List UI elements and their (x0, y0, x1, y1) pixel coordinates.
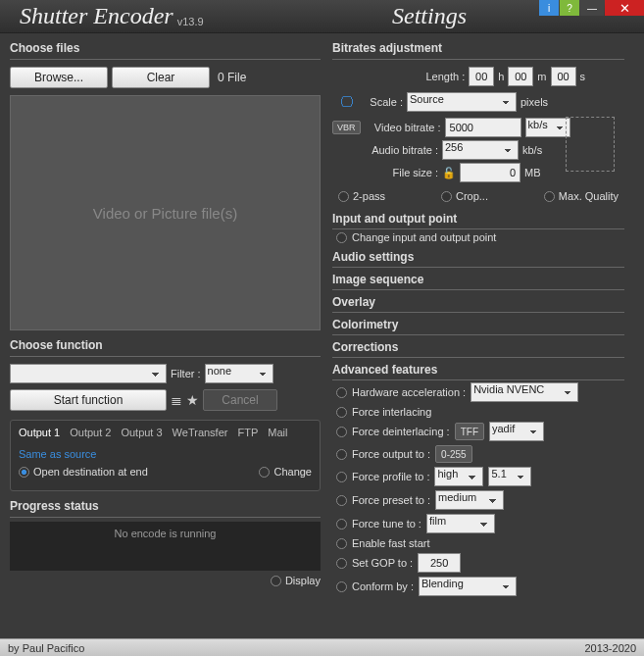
abitrate-label: Audio bitrate : (332, 144, 438, 156)
open-destination-label: Open destination at end (33, 466, 148, 478)
vbitrate-unit-select[interactable]: kb/s (525, 118, 570, 137)
color-section[interactable]: Colorimetry (332, 315, 624, 335)
s-unit: s (580, 71, 586, 82)
filesize-label: File size : (332, 167, 438, 178)
vbr-badge[interactable]: VBR (332, 121, 361, 134)
overlay-section[interactable]: Overlay (332, 292, 624, 313)
open-destination-radio[interactable] (19, 467, 29, 478)
close-button[interactable]: ✕ (605, 0, 644, 16)
filesize-input[interactable] (460, 163, 520, 182)
gop-radio[interactable] (336, 558, 347, 569)
seconds-input[interactable] (551, 67, 576, 86)
cancel-button[interactable]: Cancel (203, 389, 277, 411)
tune-radio[interactable] (336, 519, 347, 530)
favorite-icon[interactable]: ★ (186, 392, 199, 408)
output-radio[interactable] (336, 449, 347, 460)
filter-label: Filter : (171, 368, 201, 379)
scale-unit: pixels (520, 96, 548, 108)
years-label: 2013-2020 (584, 642, 636, 654)
tune-label: Force tune to : (352, 518, 421, 530)
clear-button[interactable]: Clear (112, 67, 210, 88)
deint-radio[interactable] (336, 427, 347, 437)
file-drop-zone[interactable]: Video or Picture file(s) (10, 95, 321, 330)
maxq-radio[interactable] (544, 191, 555, 202)
function-select[interactable] (10, 364, 167, 383)
faststart-radio[interactable] (336, 538, 347, 549)
interlace-radio[interactable] (336, 407, 347, 418)
bitrates-title: Bitrates adjustment (332, 39, 624, 60)
minutes-input[interactable] (508, 67, 533, 86)
app-title: Shutter Encoder (20, 3, 173, 29)
profile-radio[interactable] (336, 472, 347, 482)
app-version: v13.9 (177, 16, 204, 27)
conform-label: Conform by : (352, 580, 414, 592)
info-button[interactable]: i (539, 0, 559, 16)
deint-label: Force deinterlacing : (352, 426, 450, 437)
crop-label: Crop... (456, 190, 488, 202)
menu-icon[interactable]: ≣ (171, 392, 182, 408)
start-function-button[interactable]: Start function (10, 389, 167, 411)
filter-select[interactable]: none (205, 364, 273, 383)
hw-select[interactable]: Nvidia NVENC (471, 382, 578, 402)
conform-select[interactable]: Blending (419, 577, 517, 596)
monitor-icon: 🖵 (340, 94, 354, 110)
scale-select[interactable]: Source (407, 92, 517, 112)
io-change-radio[interactable] (336, 232, 347, 243)
twopass-radio[interactable] (338, 191, 349, 202)
footer: by Paul Pacifico 2013-2020 (0, 638, 644, 656)
settings-title: Settings (392, 3, 467, 29)
progress-message: No encode is running (10, 526, 321, 539)
tab-output1[interactable]: Output 1 (19, 427, 60, 438)
mb-unit: MB (524, 167, 570, 178)
scale-label: Scale : (358, 96, 403, 108)
gop-input[interactable] (418, 553, 461, 573)
imgseq-section[interactable]: Image sequence (332, 270, 624, 290)
advanced-section[interactable]: Advanced features (332, 360, 624, 380)
tab-ftp[interactable]: FTP (237, 427, 258, 438)
lock-icon[interactable]: 🔓 (442, 167, 456, 179)
maxq-label: Max. Quality (559, 190, 619, 202)
change-radio[interactable] (259, 467, 270, 478)
help-button[interactable]: ? (560, 0, 579, 16)
vbitrate-label: Video bitrate : (365, 122, 441, 133)
author-label: by Paul Pacifico (8, 642, 84, 654)
choose-function-title: Choose function (10, 336, 321, 357)
title-bar: Shutter Encoder v13.9 Settings i ? — ✕ (0, 0, 644, 33)
video-bitrate-input[interactable] (445, 118, 521, 137)
minimize-button[interactable]: — (580, 0, 604, 16)
browse-button[interactable]: Browse... (10, 67, 108, 88)
corrections-section[interactable]: Corrections (332, 337, 624, 358)
file-count: 0 File (218, 71, 246, 84)
tab-mail[interactable]: Mail (268, 427, 287, 438)
choose-files-title: Choose files (10, 39, 321, 60)
range-pill[interactable]: 0-255 (435, 445, 472, 463)
display-radio[interactable] (271, 576, 281, 586)
change-label: Change (273, 466, 312, 478)
level-select[interactable]: 5.1 (488, 467, 531, 486)
audio-bitrate-select[interactable]: 256 (442, 140, 519, 160)
m-unit: m (537, 71, 546, 82)
tune-select[interactable]: film (426, 514, 495, 533)
tab-output2[interactable]: Output 2 (70, 427, 111, 438)
deint-select[interactable]: yadif (489, 422, 544, 441)
conform-radio[interactable] (336, 581, 347, 592)
faststart-label: Enable fast start (352, 537, 430, 549)
same-as-source-link[interactable]: Same as source (19, 448, 312, 460)
preset-select[interactable]: medium (435, 490, 504, 510)
progress-title: Progress status (10, 497, 321, 518)
tab-output3[interactable]: Output 3 (121, 427, 162, 438)
preset-label: Force preset to : (352, 494, 430, 506)
profile-label: Force profile to : (352, 471, 429, 482)
preset-radio[interactable] (336, 495, 347, 506)
interlace-label: Force interlacing (352, 406, 431, 418)
crop-radio[interactable] (441, 191, 452, 202)
hw-label: Hardware acceleration : (352, 386, 466, 398)
profile-select[interactable]: high (434, 467, 483, 486)
hours-input[interactable] (469, 67, 494, 86)
h-unit: h (498, 71, 504, 82)
tff-pill[interactable]: TFF (455, 423, 484, 440)
tab-wetransfer[interactable]: WeTransfer (173, 427, 228, 438)
hw-radio[interactable] (336, 387, 347, 398)
audio-section[interactable]: Audio settings (332, 247, 624, 268)
abitrate-unit: kb/s (522, 144, 568, 156)
